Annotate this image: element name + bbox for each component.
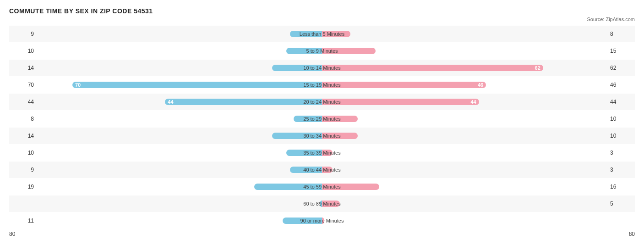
male-value: 10 [9,48,37,54]
chart-row: 60 to 89 Minutes5 [9,195,635,212]
bars-container: 5 to 9 Minutes [37,43,607,59]
female-bar: 62 [322,65,543,71]
male-value: 14 [9,133,37,139]
chart-row: 1430 to 34 Minutes10 [9,128,635,144]
female-bar [322,48,376,54]
female-bar [322,218,324,224]
bars-container: 90 or more Minutes [37,212,607,229]
axis-labels: 80 80 [9,231,635,237]
chart-row: 146210 to 14 Minutes62 [9,60,635,76]
female-bar: 46 [322,82,486,88]
male-value: 44 [9,99,37,105]
female-value: 10 [607,133,635,139]
male-value: 8 [9,116,37,122]
male-value: 70 [9,82,37,88]
source-label: Source: ZipAtlas.com [9,17,635,22]
bars-container: 6210 to 14 Minutes [37,60,607,76]
chart-row: 1035 to 39 Minutes3 [9,145,635,161]
chart-row: 1190 or more Minutes [9,212,635,229]
male-bar [283,218,322,224]
male-bar [286,48,322,54]
bars-container: 45 to 59 Minutes [37,179,607,195]
chart-area: 9Less than 5 Minutes8105 to 9 Minutes151… [9,26,635,229]
male-value: 10 [9,150,37,156]
female-bar [322,184,379,190]
male-bar [294,116,322,122]
female-value: 3 [607,167,635,173]
female-bar [322,116,358,122]
axis-left: 80 [9,231,15,237]
female-value: 62 [607,65,635,71]
male-bar: 70 [72,82,322,88]
female-bar [322,150,333,156]
female-bar [322,167,333,173]
chart-row: 940 to 44 Minutes3 [9,162,635,178]
male-bar [290,31,322,37]
female-value: 10 [607,116,635,122]
male-value: 11 [9,218,37,224]
chart-row: 1945 to 59 Minutes16 [9,179,635,195]
bars-container: 25 to 29 Minutes [37,111,607,127]
chart-row: 70704615 to 19 Minutes46 [9,77,635,93]
bars-container: 704615 to 19 Minutes [37,77,607,93]
male-bar [272,65,322,71]
chart-row: 825 to 29 Minutes10 [9,111,635,127]
chart-row: 44444420 to 24 Minutes44 [9,94,635,110]
male-value: 19 [9,184,37,190]
bars-container: 40 to 44 Minutes [37,162,607,178]
female-bar [322,133,358,139]
male-bar [290,167,322,173]
chart-row: 9Less than 5 Minutes8 [9,26,635,42]
female-bar [322,31,350,37]
female-value: 16 [607,184,635,190]
bars-container: 444420 to 24 Minutes [37,94,607,110]
bars-container: 35 to 39 Minutes [37,145,607,161]
male-value: 14 [9,65,37,71]
male-value: 9 [9,167,37,173]
bars-container: 60 to 89 Minutes [37,195,607,212]
female-value: 44 [607,99,635,105]
female-bar: 44 [322,99,479,105]
female-value: 15 [607,48,635,54]
female-value: 46 [607,82,635,88]
bars-container: 30 to 34 Minutes [37,128,607,144]
male-bar [286,150,322,156]
bars-container: Less than 5 Minutes [37,26,607,42]
female-value: 8 [607,31,635,37]
male-bar [254,184,322,190]
chart-title: COMMUTE TIME BY SEX IN ZIP CODE 54531 [9,7,635,15]
female-value: 3 [607,150,635,156]
chart-row: 105 to 9 Minutes15 [9,43,635,59]
female-value: 5 [607,201,635,207]
axis-right: 80 [629,231,635,237]
male-bar [272,133,322,139]
male-bar: 44 [165,99,322,105]
male-value: 9 [9,31,37,37]
female-bar [322,201,340,207]
